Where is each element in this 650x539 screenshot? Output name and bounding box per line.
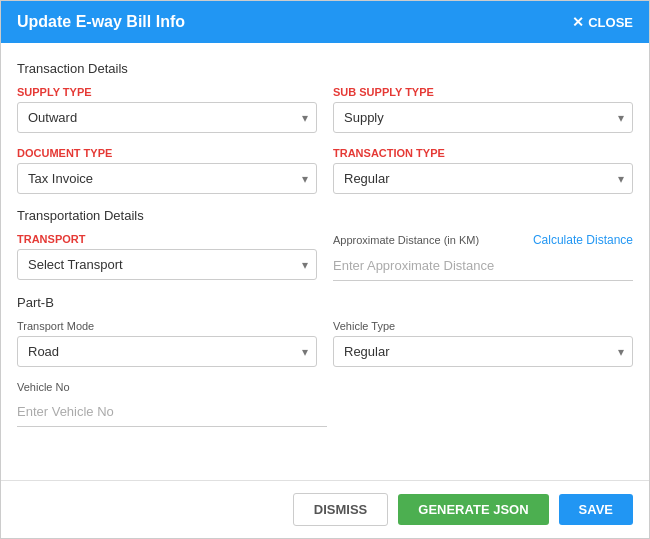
transport-group: TRANSPORT Select Transport ▾ — [17, 233, 317, 280]
document-type-row: DOCUMENT TYPE Tax Invoice Bill of Supply… — [17, 147, 633, 194]
modal-body: Transaction Details SUPPLY TYPE Outward … — [1, 43, 649, 480]
approx-distance-label: Approximate Distance (in KM) — [333, 234, 479, 246]
transport-select-wrapper[interactable]: Select Transport ▾ — [17, 249, 317, 280]
save-button[interactable]: SAVE — [559, 494, 633, 525]
sub-supply-type-label: SUB SUPPLY TYPE — [333, 86, 633, 98]
transaction-type-label: TRANSACTION TYPE — [333, 147, 633, 159]
part-b-section: Part-B Transport Mode Road Rail Air Ship… — [17, 295, 633, 427]
transport-mode-row: Transport Mode Road Rail Air Ship ▾ Vehi… — [17, 320, 633, 367]
transaction-details-title: Transaction Details — [17, 61, 633, 76]
transaction-type-select[interactable]: Regular Bill To Ship To Bill From Dispat… — [334, 164, 632, 193]
vehicle-type-group: Vehicle Type Regular Over Dimensional Ca… — [333, 320, 633, 367]
sub-supply-type-select-wrapper[interactable]: Supply Export Job Work ▾ — [333, 102, 633, 133]
dismiss-button[interactable]: DISMISS — [293, 493, 388, 526]
approx-distance-input[interactable] — [333, 251, 633, 281]
transport-mode-select[interactable]: Road Rail Air Ship — [18, 337, 316, 366]
sub-supply-type-select[interactable]: Supply Export Job Work — [334, 103, 632, 132]
vehicle-type-select-wrapper[interactable]: Regular Over Dimensional Cargo ▾ — [333, 336, 633, 367]
close-label: CLOSE — [588, 15, 633, 30]
modal-header: Update E-way Bill Info ✕ CLOSE — [1, 1, 649, 43]
document-type-label: DOCUMENT TYPE — [17, 147, 317, 159]
transport-row: TRANSPORT Select Transport ▾ Approximate… — [17, 233, 633, 281]
transport-label: TRANSPORT — [17, 233, 317, 245]
generate-json-button[interactable]: GENERATE JSON — [398, 494, 548, 525]
close-icon: ✕ — [572, 14, 584, 30]
document-type-group: DOCUMENT TYPE Tax Invoice Bill of Supply… — [17, 147, 317, 194]
transportation-details-title: Transportation Details — [17, 208, 633, 223]
vehicle-type-label: Vehicle Type — [333, 320, 633, 332]
close-button[interactable]: ✕ CLOSE — [572, 14, 633, 30]
modal-container: Update E-way Bill Info ✕ CLOSE Transacti… — [0, 0, 650, 539]
transaction-type-group: TRANSACTION TYPE Regular Bill To Ship To… — [333, 147, 633, 194]
modal-title: Update E-way Bill Info — [17, 13, 185, 31]
supply-type-row: SUPPLY TYPE Outward Inward ▾ SUB SUPPLY … — [17, 86, 633, 133]
document-type-select[interactable]: Tax Invoice Bill of Supply Bill of Entry — [18, 164, 316, 193]
supply-type-select[interactable]: Outward Inward — [18, 103, 316, 132]
vehicle-no-label: Vehicle No — [17, 381, 327, 393]
transport-mode-label: Transport Mode — [17, 320, 317, 332]
transaction-details-section: Transaction Details SUPPLY TYPE Outward … — [17, 61, 633, 194]
transaction-type-select-wrapper[interactable]: Regular Bill To Ship To Bill From Dispat… — [333, 163, 633, 194]
vehicle-no-input[interactable] — [17, 397, 327, 427]
calculate-distance-link[interactable]: Calculate Distance — [533, 233, 633, 247]
transportation-details-section: Transportation Details TRANSPORT Select … — [17, 208, 633, 281]
transport-select[interactable]: Select Transport — [18, 250, 316, 279]
supply-type-label: SUPPLY TYPE — [17, 86, 317, 98]
vehicle-no-group: Vehicle No — [17, 381, 327, 427]
sub-supply-type-group: SUB SUPPLY TYPE Supply Export Job Work ▾ — [333, 86, 633, 133]
approx-distance-group: Approximate Distance (in KM) Calculate D… — [333, 233, 633, 281]
modal-footer: DISMISS GENERATE JSON SAVE — [1, 480, 649, 538]
vehicle-type-select[interactable]: Regular Over Dimensional Cargo — [334, 337, 632, 366]
supply-type-select-wrapper[interactable]: Outward Inward ▾ — [17, 102, 317, 133]
transport-mode-group: Transport Mode Road Rail Air Ship ▾ — [17, 320, 317, 367]
supply-type-group: SUPPLY TYPE Outward Inward ▾ — [17, 86, 317, 133]
part-b-title: Part-B — [17, 295, 633, 310]
document-type-select-wrapper[interactable]: Tax Invoice Bill of Supply Bill of Entry… — [17, 163, 317, 194]
transport-mode-select-wrapper[interactable]: Road Rail Air Ship ▾ — [17, 336, 317, 367]
